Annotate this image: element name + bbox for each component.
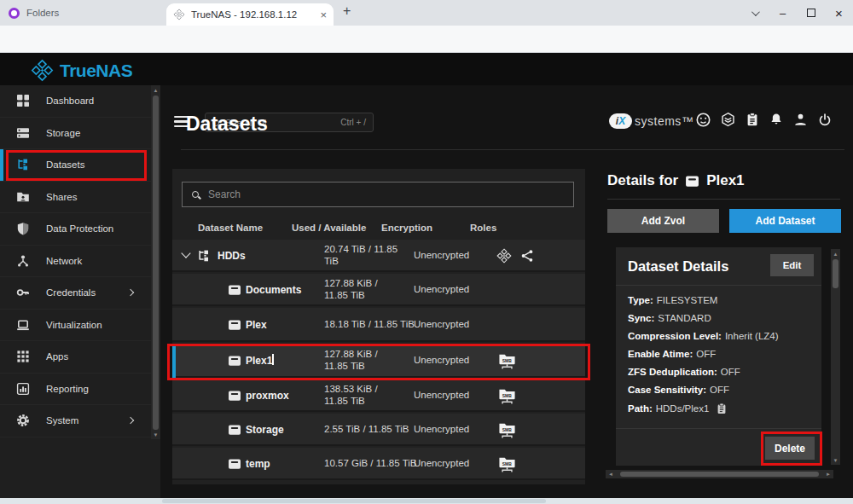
tab-group-icon [9, 8, 20, 19]
table-row[interactable]: Storage 2.55 TiB / 11.85 TiB Unencrypted [172, 414, 585, 446]
scroll-up-icon[interactable]: ▲ [831, 249, 840, 258]
details-title-prefix: Details for [607, 172, 678, 189]
used-available-cell: 127.88 KiB /11.85 TiB [324, 344, 409, 376]
dataset-search[interactable] [182, 182, 574, 207]
sidebar-item-network[interactable]: Network [0, 246, 152, 278]
used-available-cell: 18.18 TiB / 11.85 TiB [324, 308, 418, 340]
scroll-left-icon[interactable]: ◄ [606, 472, 616, 477]
sidebar-scrollbar[interactable]: ▲ ▼ [151, 85, 160, 439]
account-person-icon[interactable] [792, 112, 809, 128]
table-row-selected[interactable]: Plex1 127.88 KiB /11.85 TiB Unencrypted [172, 344, 585, 378]
encryption-cell: Unencrypted [414, 355, 469, 365]
window-minimize-button[interactable]: – [769, 0, 797, 26]
column-roles[interactable]: Roles [470, 223, 496, 233]
used-available-cell: 127.88 KiB /11.85 TiB [324, 274, 409, 304]
sidebar-item-virtualization[interactable]: Virtualization [0, 310, 152, 342]
feedback-smiley-icon[interactable] [695, 112, 711, 128]
scrollbar-thumb[interactable] [162, 499, 546, 503]
chevron-right-icon [127, 289, 134, 296]
tab-search-chevron-icon[interactable] [740, 0, 769, 26]
scrollbar-thumb[interactable] [833, 259, 838, 288]
browser-tab-active[interactable]: TrueNAS - 192.168.1.12 × [166, 3, 334, 26]
bar-chart-icon [16, 382, 30, 396]
smb-share-icon[interactable] [498, 455, 516, 472]
ixsystems-logo: iX systems™ [609, 113, 693, 129]
sidebar-item-label: Storage [46, 128, 80, 138]
copy-path-icon[interactable] [716, 403, 728, 414]
sidebar-item-system[interactable]: System [0, 405, 152, 437]
smb-share-icon[interactable] [498, 386, 516, 404]
datasets-tree-icon [16, 158, 30, 171]
sidebar-item-datasets[interactable]: Datasets [0, 149, 152, 182]
dataset-name: Plex [246, 319, 267, 331]
sidebar-item-shares[interactable]: Shares [0, 182, 152, 214]
dashboard-icon [16, 94, 30, 107]
add-zvol-button[interactable]: Add Zvol [607, 209, 719, 233]
alerts-bell-icon[interactable] [769, 112, 784, 128]
window-maximize-button[interactable] [797, 0, 825, 26]
details-vertical-scrollbar[interactable]: ▲ ▼ [831, 249, 840, 465]
truenas-logo-icon [31, 59, 54, 82]
share-icon[interactable] [520, 249, 534, 263]
divider [616, 428, 821, 429]
power-icon[interactable] [817, 113, 833, 128]
delete-button[interactable]: Delete [765, 437, 815, 460]
sidebar-item-label: Shares [46, 192, 77, 202]
prop-sync: Sync:STANDARD [628, 313, 711, 323]
prop-type: Type:FILESYSTEM [628, 295, 717, 305]
scrollbar-thumb[interactable] [153, 96, 159, 430]
add-dataset-button[interactable]: Add Dataset [729, 209, 841, 233]
pool-root-icon[interactable] [496, 248, 512, 264]
page-horizontal-scrollbar[interactable] [0, 498, 853, 504]
sidebar-item-apps[interactable]: Apps [0, 341, 152, 374]
dataset-icon [228, 283, 241, 297]
encryption-cell: Unencrypted [414, 250, 469, 260]
tab-group-folders[interactable]: Folders [9, 4, 59, 21]
table-row[interactable]: HDDs 20.74 TiB / 11.85 TiB Unencrypted [172, 240, 585, 272]
selected-row-indicator [172, 345, 176, 380]
table-row[interactable]: Plex 18.18 TiB / 11.85 TiB Unencrypted [172, 308, 585, 342]
sidebar-item-dashboard[interactable]: Dashboard [0, 85, 152, 118]
divider [616, 285, 821, 286]
scroll-down-icon[interactable]: ▼ [831, 455, 840, 465]
column-encryption[interactable]: Encryption [381, 223, 432, 233]
storage-icon [16, 126, 30, 140]
table-row[interactable]: temp 10.57 GiB / 11.85 TiB Unencrypted [172, 448, 585, 480]
sidebar-item-storage[interactable]: Storage [0, 118, 152, 150]
sidebar-item-reporting[interactable]: Reporting [0, 374, 152, 406]
prop-path: Path:HDDs/Plex1 [628, 403, 728, 414]
header-action-icons [695, 112, 833, 128]
scroll-down-icon[interactable]: ▼ [151, 430, 160, 439]
dataset-name: Storage [246, 424, 284, 436]
encryption-cell: Unencrypted [414, 390, 469, 400]
sidebar-item-label: Reporting [46, 384, 89, 394]
scrollbar-thumb[interactable] [620, 472, 819, 477]
smb-share-icon[interactable] [498, 351, 516, 369]
sidebar-item-label: Credentials [46, 287, 96, 298]
dataset-search-input[interactable] [208, 188, 564, 200]
truecommand-icon[interactable] [720, 112, 736, 128]
edit-button[interactable]: Edit [770, 254, 814, 276]
encryption-cell: Unencrypted [414, 424, 469, 434]
sidebar-item-credentials[interactable]: Credentials [0, 277, 152, 310]
scroll-right-icon[interactable]: ► [823, 472, 833, 477]
details-title: Details for Plex1 [607, 172, 745, 189]
window-close-button[interactable]: × [825, 0, 853, 26]
dataset-icon [685, 174, 699, 188]
used-available-cell: 138.53 KiB /11.85 TiB [324, 379, 409, 410]
table-row[interactable]: Documents 127.88 KiB /11.85 TiB Unencryp… [172, 274, 585, 306]
tab-close-icon[interactable]: × [320, 9, 327, 21]
smb-share-icon[interactable] [498, 420, 516, 438]
column-dataset-name[interactable]: Dataset Name [198, 223, 263, 233]
details-horizontal-scrollbar[interactable]: ◄ ► [606, 470, 833, 478]
sidebar-item-data-protection[interactable]: Data Protection [0, 213, 152, 246]
jobs-clipboard-icon[interactable] [745, 112, 760, 128]
table-row[interactable]: proxmox 138.53 KiB /11.85 TiB Unencrypte… [172, 379, 585, 412]
new-tab-button[interactable]: + [343, 3, 351, 19]
collapse-chevron-icon[interactable] [181, 248, 190, 258]
truenas-header: TrueNAS SCALE Ctrl + / iX systems™ [0, 53, 853, 85]
active-sidebar-indicator [0, 149, 3, 181]
column-used-available[interactable]: Used / Available [292, 223, 366, 233]
scroll-up-icon[interactable]: ▲ [151, 85, 160, 95]
truenas-logo: TrueNAS [31, 59, 132, 82]
